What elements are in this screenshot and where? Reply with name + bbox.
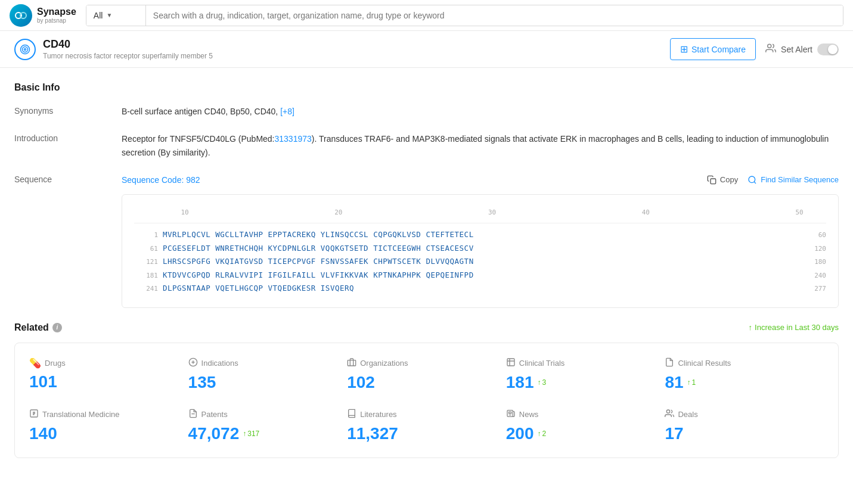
indications-label: Indications — [201, 359, 238, 368]
drugs-icon: 💊 — [29, 357, 41, 369]
set-alert-label: Set Alert — [781, 45, 812, 54]
pubmed-link[interactable]: 31331973 — [275, 134, 312, 144]
synonyms-row: Synonyms B-cell surface antigen CD40, Bp… — [14, 105, 839, 118]
start-compare-button[interactable]: ⊞ Start Compare — [670, 38, 756, 60]
introduction-row: Introduction Receptor for TNFSF5/CD40LG … — [14, 132, 839, 159]
news-icon — [506, 409, 516, 421]
ruler-50: 50 — [773, 207, 826, 219]
introduction-value: Receptor for TNFSF5/CD40LG (PubMed:31331… — [122, 132, 839, 159]
related-item-clinical-trials[interactable]: Clinical Trials 181 ↑ 3 — [506, 357, 665, 392]
target-icon — [14, 39, 36, 60]
top-header: Synapse by patsnap All ▼ — [0, 0, 853, 31]
related-item-organizations[interactable]: Organizations 102 — [347, 357, 506, 392]
seq-line-2: 61 PCGESEFLDT WNRETHCHQH KYCDPNLGLR VQQK… — [134, 242, 826, 256]
increase-note: ↑ Increase in Last 30 days — [749, 323, 839, 332]
alert-icon — [765, 43, 776, 55]
copy-button[interactable]: Copy — [707, 174, 738, 186]
related-grid: 💊 Drugs 101 Indications 135 — [14, 343, 839, 458]
logo-area: Synapse by patsnap — [10, 4, 76, 27]
svg-point-5 — [768, 44, 771, 48]
related-item-deals[interactable]: Deals 17 — [665, 409, 824, 443]
synonyms-value: B-cell surface antigen CD40, Bp50, CD40,… — [122, 105, 839, 118]
seq-line-1: 1 MVRLPLQCVL WGCLLTAVHP EPPTACREKQ YLINS… — [134, 228, 826, 242]
indications-value: 135 — [188, 373, 348, 392]
alert-toggle[interactable] — [817, 43, 839, 55]
clinical-trials-label: Clinical Trials — [519, 359, 565, 368]
target-info: CD40 Tumor necrosis factor receptor supe… — [43, 38, 213, 60]
organizations-value: 102 — [347, 373, 506, 392]
related-section: Related i ↑ Increase in Last 30 days 💊 D… — [14, 322, 839, 458]
svg-rect-12 — [348, 360, 356, 366]
increase-arrow-icon: ↑ — [749, 323, 753, 332]
literatures-value: 11,327 — [347, 424, 506, 443]
sequence-code: Sequence Code: 982 — [122, 173, 200, 186]
main-content: Basic Info Synonyms B-cell surface antig… — [0, 68, 853, 472]
search-bar: All ▼ — [86, 5, 843, 26]
ruler-40: 40 — [619, 207, 672, 219]
related-header: Related i ↑ Increase in Last 30 days — [14, 322, 839, 333]
find-similar-button[interactable]: Find Similar Sequence — [747, 174, 839, 186]
deals-icon — [665, 409, 674, 421]
translational-value: 140 — [29, 424, 188, 443]
indications-icon — [188, 357, 198, 369]
basic-info-title: Basic Info — [14, 82, 839, 93]
page-subtitle: Tumor necrosis factor receptor superfami… — [43, 52, 213, 60]
toggle-knob — [828, 45, 838, 54]
synonyms-text: B-cell surface antigen CD40, Bp50, CD40, — [122, 107, 278, 116]
search-type-label: All — [94, 11, 103, 20]
logo-brand: Synapse — [37, 6, 76, 17]
organizations-icon — [347, 357, 356, 369]
compare-label: Start Compare — [691, 45, 746, 54]
sequence-header: Sequence Code: 982 Copy Find Similar — [122, 173, 839, 186]
logo-sub: by patsnap — [37, 17, 76, 24]
patents-icon — [188, 409, 198, 421]
page-title: CD40 — [43, 38, 213, 51]
increase-note-text: Increase in Last 30 days — [755, 323, 839, 332]
drugs-label: Drugs — [45, 359, 66, 368]
news-increase: ↑ 2 — [538, 430, 547, 438]
patents-label: Patents — [201, 410, 228, 419]
related-item-literatures[interactable]: Literatures 11,327 — [347, 409, 506, 443]
related-info-icon: i — [52, 323, 62, 332]
sequence-value: Sequence Code: 982 Copy Find Similar — [122, 173, 839, 308]
translational-label: Translational Medicine — [42, 410, 120, 419]
svg-rect-6 — [711, 179, 716, 184]
synonyms-more[interactable]: [+8] — [280, 107, 294, 116]
search-type-select[interactable]: All ▼ — [86, 5, 146, 26]
page-header: CD40 Tumor necrosis factor receptor supe… — [0, 31, 853, 68]
patents-value: 47,072 ↑ 317 — [188, 424, 348, 443]
related-item-clinical-results[interactable]: Clinical Results 81 ↑ 1 — [665, 357, 824, 392]
set-alert-area: Set Alert — [765, 43, 839, 55]
find-similar-label: Find Similar Sequence — [761, 174, 839, 186]
svg-point-3 — [23, 46, 28, 52]
svg-point-15 — [667, 410, 670, 413]
sequence-box: 10 20 30 40 50 1 MVRLPLQCVL WGCLLTAVHP E… — [122, 194, 839, 308]
ruler-20: 20 — [312, 207, 365, 219]
related-title-area: Related i — [14, 322, 62, 333]
related-item-indications[interactable]: Indications 135 — [188, 357, 348, 392]
clinical-results-value: 81 ↑ 1 — [665, 373, 824, 392]
svg-line-8 — [754, 182, 756, 183]
page-header-right: ⊞ Start Compare Set Alert — [670, 38, 839, 60]
clinical-trials-increase: ↑ 3 — [538, 378, 547, 387]
ruler-10: 10 — [158, 207, 212, 219]
logo-icon — [10, 4, 32, 27]
sequence-actions: Copy Find Similar Sequence — [707, 174, 839, 186]
sequence-row: Sequence Sequence Code: 982 Copy — [14, 173, 839, 308]
related-item-translational[interactable]: Translational Medicine 140 — [29, 409, 188, 443]
search-input[interactable] — [146, 5, 843, 26]
organizations-label: Organizations — [360, 359, 408, 368]
deals-label: Deals — [678, 410, 697, 419]
ruler-30: 30 — [466, 207, 519, 219]
translational-icon — [29, 409, 39, 421]
seq-line-5: 241 DLPGSNTAAP VQETLHGCQP VTQEDGKESR ISV… — [134, 282, 826, 295]
intro-text-1: Receptor for TNFSF5/CD40LG (PubMed: — [122, 134, 275, 144]
dropdown-arrow-icon: ▼ — [106, 12, 112, 18]
related-item-drugs[interactable]: 💊 Drugs 101 — [29, 357, 188, 392]
related-item-patents[interactable]: Patents 47,072 ↑ 317 — [188, 409, 348, 443]
related-item-news[interactable]: News 200 ↑ 2 — [506, 409, 665, 443]
drugs-value: 101 — [29, 372, 188, 391]
introduction-label: Introduction — [14, 132, 122, 159]
news-label: News — [519, 410, 539, 419]
copy-label: Copy — [720, 174, 738, 186]
